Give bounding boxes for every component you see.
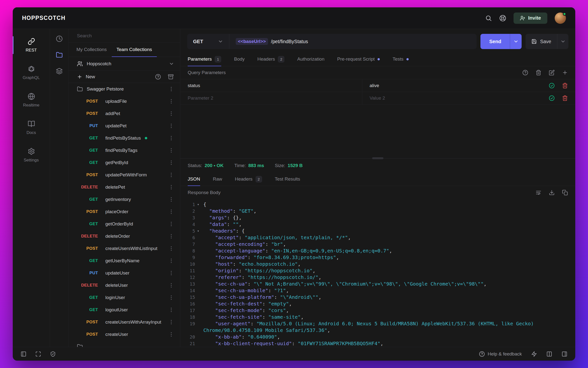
param-key-input[interactable]: status (180, 79, 362, 92)
param-delete-icon[interactable] (562, 95, 568, 101)
request-item-createUsersWithListInput[interactable]: POSTcreateUsersWithListInput (69, 242, 180, 255)
copy-icon[interactable] (562, 190, 568, 196)
tab-my-collections[interactable]: My Collections (72, 43, 112, 57)
request-menu-icon[interactable] (168, 221, 174, 227)
save-options-button[interactable] (557, 34, 568, 49)
column-layout-icon[interactable] (546, 351, 552, 357)
request-menu-icon[interactable] (168, 123, 174, 129)
request-menu-icon[interactable] (168, 111, 174, 117)
request-menu-icon[interactable] (168, 295, 174, 301)
edit-bulk-icon[interactable] (549, 70, 555, 76)
request-item-logoutUser[interactable]: GETlogoutUser (69, 304, 180, 316)
request-menu-icon[interactable] (168, 258, 174, 264)
response-tab-headers[interactable]: Headers2 (235, 173, 262, 186)
request-menu-icon[interactable] (168, 246, 174, 251)
send-options-button[interactable] (510, 34, 522, 49)
request-item-findPetsByTags[interactable]: GETfindPetsByTags (69, 144, 180, 157)
method-select[interactable]: GET (187, 34, 229, 49)
request-tab-authorization[interactable]: Authorization (297, 53, 324, 66)
request-item-deleteUser[interactable]: DELETEdeleteUser (69, 279, 180, 291)
response-tab-raw[interactable]: Raw (213, 173, 222, 186)
request-menu-icon[interactable] (168, 135, 174, 141)
add-param-icon[interactable] (562, 70, 568, 76)
nav-item-settings[interactable]: Settings (13, 141, 50, 169)
request-tab-headers[interactable]: Headers2 (257, 53, 285, 66)
request-menu-icon[interactable] (168, 331, 174, 337)
team-selector[interactable]: Hoppscotch (69, 57, 180, 71)
param-active-toggle-icon[interactable] (549, 83, 555, 89)
request-menu-icon[interactable] (168, 307, 174, 313)
request-menu-icon[interactable] (168, 147, 174, 153)
request-item-uploadFile[interactable]: POSTuploadFile (69, 95, 180, 107)
collection-menu-icon[interactable] (168, 86, 174, 92)
request-menu-icon[interactable] (168, 270, 174, 276)
request-item-updateUser[interactable]: PUTupdateUser (69, 267, 180, 279)
request-menu-icon[interactable] (168, 197, 174, 202)
request-tab-body[interactable]: Body (234, 53, 245, 66)
collection-folder[interactable]: Swagger Petstore (69, 83, 180, 95)
save-button[interactable]: Save (526, 34, 557, 49)
fold-toggle-icon[interactable]: ▾ (195, 228, 201, 234)
invite-button[interactable]: Invite (514, 13, 547, 24)
request-menu-icon[interactable] (168, 282, 174, 288)
toggle-right-panel-icon[interactable] (562, 351, 567, 357)
request-item-deletePet[interactable]: DELETEdeletePet (69, 181, 180, 193)
fold-toggle-icon[interactable]: ▾ (195, 201, 201, 208)
help-circle-icon[interactable] (155, 74, 161, 80)
new-collection-button[interactable]: New (77, 74, 95, 79)
nav-item-docs[interactable]: Docs (13, 114, 50, 141)
request-item-findPetsByStatus[interactable]: GETfindPetsByStatus (69, 132, 180, 144)
request-menu-icon[interactable] (168, 160, 174, 166)
environments-layers-icon[interactable] (56, 68, 63, 75)
request-item-createUsersWithArrayInput[interactable]: POSTcreateUsersWithArrayInput (69, 316, 180, 328)
url-input[interactable]: <<baseUrl>> /pet/findByStatus (229, 34, 477, 49)
send-button[interactable]: Send (480, 34, 510, 49)
nav-item-graphql[interactable]: GraphQL (13, 59, 50, 86)
clear-all-trash-icon[interactable] (536, 70, 541, 76)
request-menu-icon[interactable] (168, 209, 174, 215)
request-item-createUser[interactable]: POSTcreateUser (69, 328, 180, 341)
param-key-input[interactable]: Parameter 2 (180, 92, 362, 104)
collection-folder-partial[interactable] (69, 341, 180, 347)
search-input[interactable] (77, 33, 172, 39)
interceptor-shield-icon[interactable] (50, 351, 56, 357)
help-feedback-button[interactable]: Help & feedback (479, 351, 522, 357)
wrap-lines-icon[interactable] (536, 190, 541, 196)
history-clock-icon[interactable] (56, 35, 63, 42)
nav-item-realtime[interactable]: Realtime (13, 86, 50, 114)
expand-window-icon[interactable] (35, 351, 41, 357)
response-tab-test-results[interactable]: Test Results (275, 173, 300, 186)
response-body-editor[interactable]: 1▾{2 "method": "GET",3 "args": {},4 "dat… (180, 199, 575, 347)
param-active-toggle-icon[interactable] (549, 95, 555, 101)
request-item-placeOrder[interactable]: POSTplaceOrder (69, 206, 180, 218)
import-export-icon[interactable] (168, 74, 174, 80)
shortcuts-zap-icon[interactable] (531, 351, 537, 357)
request-menu-icon[interactable] (168, 172, 174, 178)
param-delete-icon[interactable] (562, 83, 568, 89)
request-menu-icon[interactable] (168, 98, 174, 104)
request-item-updatePet[interactable]: PUTupdatePet (69, 120, 180, 132)
request-tab-parameters[interactable]: Parameters1 (188, 53, 221, 66)
param-value-input[interactable]: alive (362, 79, 536, 92)
request-item-deleteOrder[interactable]: DELETEdeleteOrder (69, 230, 180, 242)
help-circle-icon[interactable] (522, 70, 528, 76)
request-item-getInventory[interactable]: GETgetInventory (69, 193, 180, 206)
request-menu-icon[interactable] (168, 233, 174, 239)
pane-resize-handle[interactable] (372, 157, 383, 159)
request-tab-pre-request-script[interactable]: Pre-request Script (337, 53, 380, 66)
request-item-getOrderById[interactable]: GETgetOrderById (69, 218, 180, 230)
tab-team-collections[interactable]: Team Collections (112, 43, 157, 57)
user-avatar[interactable] (555, 13, 566, 24)
search-icon[interactable] (485, 15, 492, 22)
request-item-addPet[interactable]: POSTaddPet (69, 107, 180, 120)
download-icon[interactable] (549, 190, 555, 196)
collections-folder-icon[interactable] (56, 52, 63, 58)
request-item-updatePetWithForm[interactable]: POSTupdatePetWithForm (69, 169, 180, 181)
param-value-input[interactable]: Value 2 (362, 92, 536, 104)
request-item-loginUser[interactable]: GETloginUser (69, 291, 180, 304)
request-item-getUserByName[interactable]: GETgetUserByName (69, 255, 180, 267)
request-item-getPetById[interactable]: GETgetPetById (69, 157, 180, 169)
request-menu-icon[interactable] (168, 319, 174, 325)
response-tab-json[interactable]: JSON (188, 173, 200, 186)
support-icon[interactable] (499, 15, 506, 22)
